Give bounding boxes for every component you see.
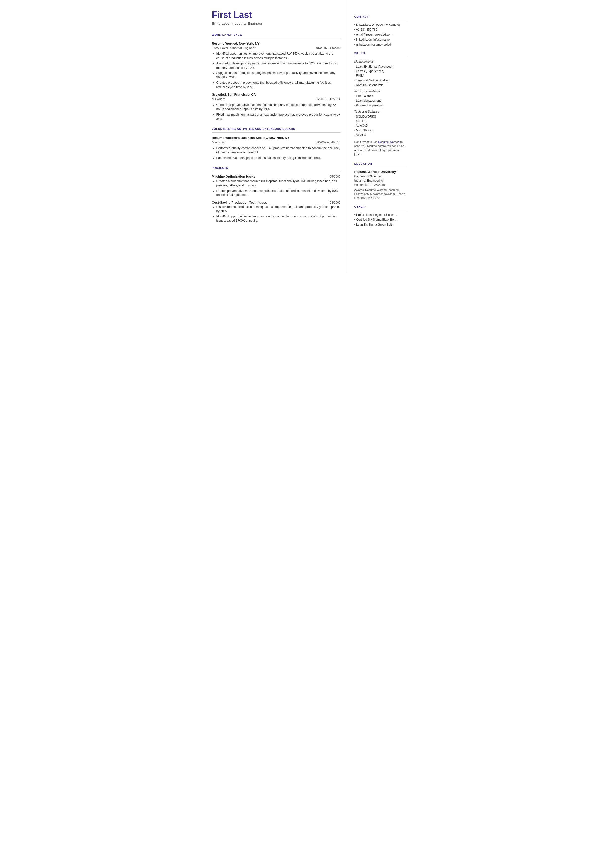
volunteering-section: VOLUNTEERING ACTIVITIES AND EXTRACURRICU…	[212, 127, 341, 160]
volunteer-job-1: Resume Worded's Business Society, New Yo…	[212, 136, 341, 160]
skills-divider	[354, 57, 406, 57]
job-2-title: Millwright	[212, 97, 225, 101]
edu-major: Industrial Engineering	[354, 179, 406, 183]
job-2: Growthsi, San Francisco, CA Millwright 0…	[212, 92, 341, 121]
volunteering-divider	[212, 132, 341, 133]
project-1-bullet-1: Created a blueprint that ensures 80% opt…	[216, 179, 341, 188]
volunteer-bullet-2: Fabricated 200 metal parts for industria…	[216, 156, 341, 160]
job-1-title-row: Entry Level Industrial Engineer 01/2015 …	[212, 46, 341, 52]
project-1-bullets: Created a blueprint that ensures 80% opt…	[216, 179, 341, 197]
projects-heading: PROJECTS	[212, 166, 341, 170]
edu-school: Resume Worded University	[354, 170, 406, 174]
project-1: Machine Optimization Hacks 05/2009 Creat…	[212, 174, 341, 197]
skills-tools-label: Tools and Software:	[354, 110, 406, 114]
skills-section: SKILLS Methodologies: Lean/Six Sigma (Ad…	[354, 51, 406, 157]
job-1-bullet-3: Suggested cost-reduction strategies that…	[216, 71, 341, 80]
skill-process-engineering: Process Engineering	[354, 103, 406, 108]
project-1-bullet-2: Drafted preventative maintenance protoco…	[216, 189, 341, 197]
volunteer-date: 06/2009 – 04/2010	[316, 140, 340, 144]
job-1-bullet-4: Created process improvements that booste…	[216, 81, 341, 89]
job-2-title-row: Millwright 06/2010 – 12/2014	[212, 97, 341, 103]
project-2: Cost-Saving Production Techniques 04/200…	[212, 200, 341, 223]
contact-section: CONTACT Milwaukee, WI (Open to Remote) +…	[354, 15, 406, 47]
job-2-bullets: Conducted preventative maintenance on co…	[216, 103, 341, 121]
project-2-date: 04/2009	[330, 201, 340, 205]
skill-matlab: MATLAB	[354, 119, 406, 123]
skill-lean-six-sigma: Lean/Six Sigma (Advanced)	[354, 65, 406, 69]
volunteer-bullets: Performed quality control checks on 1.4K…	[216, 146, 341, 160]
skills-methodologies-label: Methodologies:	[354, 60, 406, 64]
skills-heading: SKILLS	[354, 51, 406, 55]
edu-location: Boston, MA — 05/2010	[354, 183, 406, 187]
job-1: Resume Worded, New York, NY Entry Level …	[212, 41, 341, 89]
project-2-bullets: Discovered cost-reduction techniques tha…	[216, 205, 341, 223]
job-1-header-row: Resume Worded, New York, NY	[212, 41, 341, 46]
volunteer-title: Machinist	[212, 140, 225, 144]
skills-industry-label: Industry Knowledge:	[354, 89, 406, 93]
other-divider	[354, 210, 406, 210]
other-item-2: Certified Six Sigma Black Belt.	[354, 218, 406, 222]
job-1-title: Entry Level Industrial Engineer	[212, 46, 256, 50]
job-1-bullet-1: Identified opportunities for improvement…	[216, 52, 341, 61]
job-2-date: 06/2010 – 12/2014	[316, 97, 340, 101]
job-1-company: Resume Worded, New York, NY	[212, 41, 260, 46]
edu-awards: Awards: Resume Worded Teaching Fellow (o…	[354, 188, 406, 200]
volunteer-bullet-1: Performed quality control checks on 1.4K…	[216, 146, 341, 155]
promo-link[interactable]: Resume Worded	[378, 140, 399, 143]
contact-heading: CONTACT	[354, 15, 406, 19]
left-column: First Last Entry Level Industrial Engine…	[202, 0, 348, 272]
contact-phone: +1-234-456-789	[354, 28, 406, 32]
job-2-bullet-1: Conducted preventative maintenance on co…	[216, 103, 341, 112]
header: First Last Entry Level Industrial Engine…	[212, 10, 341, 26]
skill-lean-management: Lean Management	[354, 99, 406, 103]
other-section: OTHER Professional Engineer License. Cer…	[354, 205, 406, 227]
resume-page: First Last Entry Level Industrial Engine…	[202, 0, 412, 272]
skill-root-cause: Root Cause Analysis	[354, 83, 406, 87]
project-2-bullet-2: Identified opportunities for improvement…	[216, 214, 341, 223]
skill-scada: SCADA	[354, 133, 406, 137]
skill-fmea: FMEA	[354, 74, 406, 78]
contact-linkedin: linkedin.com/in/username	[354, 37, 406, 42]
skill-solidworks: SOLIDWORKS	[354, 115, 406, 119]
skill-microstation: MicroStation	[354, 129, 406, 133]
other-item-1: Professional Engineer License.	[354, 213, 406, 217]
right-column: CONTACT Milwaukee, WI (Open to Remote) +…	[348, 0, 412, 272]
education-section: EDUCATION Resume Worded University Bache…	[354, 162, 406, 200]
contact-github: github.com/resumeworded	[354, 43, 406, 47]
project-2-header-row: Cost-Saving Production Techniques 04/200…	[212, 200, 341, 205]
project-1-date: 05/2009	[330, 175, 340, 179]
volunteering-heading: VOLUNTEERING ACTIVITIES AND EXTRACURRICU…	[212, 127, 341, 131]
job-1-bullet-2: Assisted in developing a product line, i…	[216, 61, 341, 70]
skill-kaizen: Kaizen (Experienced)	[354, 69, 406, 73]
project-1-header-row: Machine Optimization Hacks 05/2009	[212, 174, 341, 179]
skill-line-balance: Line Balance	[354, 94, 406, 98]
project-2-title: Cost-Saving Production Techniques	[212, 200, 267, 205]
candidate-title: Entry Level Industrial Engineer	[212, 21, 341, 26]
volunteer-company: Resume Worded's Business Society, New Yo…	[212, 136, 341, 140]
job-1-bullets: Identified opportunities for improvement…	[216, 52, 341, 89]
other-heading: OTHER	[354, 205, 406, 209]
job-2-company: Growthsi, San Francisco, CA	[212, 92, 341, 97]
contact-divider	[354, 20, 406, 20]
skill-time-motion: Time and Motion Studies	[354, 78, 406, 83]
volunteer-title-row: Machinist 06/2009 – 04/2010	[212, 140, 341, 146]
contact-email: email@resumeworded.com	[354, 33, 406, 37]
work-experience-section: WORK EXPERIENCE Resume Worded, New York,…	[212, 33, 341, 121]
contact-location: Milwaukee, WI (Open to Remote)	[354, 23, 406, 27]
work-experience-heading: WORK EXPERIENCE	[212, 33, 341, 37]
projects-section: PROJECTS Machine Optimization Hacks 05/2…	[212, 166, 341, 223]
other-item-3: Lean Six Sigma Green Belt.	[354, 223, 406, 227]
project-2-bullet-1: Discovered cost-reduction techniques tha…	[216, 205, 341, 214]
edu-degree: Bachelor of Science	[354, 174, 406, 179]
project-1-title: Machine Optimization Hacks	[212, 174, 256, 179]
job-2-bullet-2: Fixed new machinery as part of an expans…	[216, 113, 341, 121]
education-heading: EDUCATION	[354, 162, 406, 166]
promo-before: Don't forget to use	[354, 140, 378, 143]
candidate-name: First Last	[212, 10, 341, 20]
job-1-date: 01/2015 – Present	[316, 46, 340, 50]
skill-autocad: AutoCAD	[354, 124, 406, 128]
promo-box: Don't forget to use Resume Worded to sca…	[354, 140, 406, 157]
